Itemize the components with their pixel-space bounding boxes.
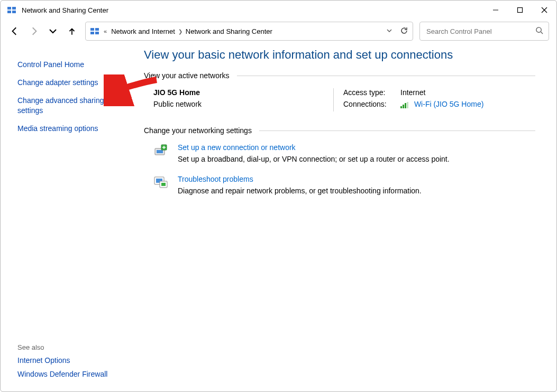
search-box[interactable] xyxy=(419,22,549,41)
refresh-button[interactable] xyxy=(400,26,408,36)
svg-rect-14 xyxy=(400,106,402,108)
svg-rect-15 xyxy=(403,105,404,108)
task-setup-connection[interactable]: Set up a new connection or network Set u… xyxy=(153,143,535,163)
task-title[interactable]: Troubleshoot problems xyxy=(178,175,253,183)
vertical-divider xyxy=(333,88,334,111)
window-controls xyxy=(483,1,556,20)
troubleshoot-icon xyxy=(153,175,168,190)
task-title[interactable]: Set up a new connection or network xyxy=(178,143,296,152)
close-button[interactable] xyxy=(532,1,556,20)
wifi-signal-icon xyxy=(400,101,409,108)
window-title: Network and Sharing Center xyxy=(22,6,483,14)
change-settings-label: Change your networking settings xyxy=(144,126,252,135)
change-settings-header: Change your networking settings xyxy=(144,126,535,135)
access-type-value: Internet xyxy=(400,88,425,97)
maximize-button[interactable] xyxy=(508,1,532,20)
control-panel-home-link[interactable]: Control Panel Home xyxy=(17,60,126,69)
setup-connection-icon xyxy=(153,143,168,158)
svg-rect-2 xyxy=(7,11,11,13)
breadcrumb-item[interactable]: Network and Internet xyxy=(111,27,175,35)
see-also-defender-firewall[interactable]: Windows Defender Firewall xyxy=(17,369,126,379)
sidebar-link-adapter-settings[interactable]: Change adapter settings xyxy=(17,78,126,87)
svg-rect-1 xyxy=(12,7,16,10)
connections-label: Connections: xyxy=(343,100,400,108)
see-also-section: See also Internet Options Windows Defend… xyxy=(17,343,126,383)
divider xyxy=(259,130,535,131)
breadcrumb-ellipsis[interactable]: « xyxy=(104,28,107,34)
tasks-list: Set up a new connection or network Set u… xyxy=(144,143,535,195)
nav-row: « Network and Internet ❯ Network and Sha… xyxy=(1,20,556,43)
svg-line-13 xyxy=(541,32,543,34)
network-type: Public network xyxy=(153,100,333,108)
see-also-internet-options[interactable]: Internet Options xyxy=(17,356,126,365)
svg-rect-3 xyxy=(12,11,16,13)
svg-rect-11 xyxy=(95,32,99,34)
active-network-panel: JIO 5G Home Public network Access type: … xyxy=(153,88,535,111)
svg-point-12 xyxy=(536,27,541,32)
svg-rect-9 xyxy=(95,28,99,31)
svg-rect-16 xyxy=(405,103,406,108)
task-description: Diagnose and repair network problems, or… xyxy=(178,186,422,195)
see-also-label: See also xyxy=(17,343,126,351)
main-content: View your basic network information and … xyxy=(135,43,556,391)
sidebar-link-advanced-sharing[interactable]: Change advanced sharing settings xyxy=(17,96,126,115)
connection-link[interactable]: Wi-Fi (JIO 5G Home) xyxy=(414,100,483,108)
up-button[interactable] xyxy=(67,26,77,36)
app-icon xyxy=(7,5,16,15)
svg-rect-0 xyxy=(7,7,11,10)
svg-rect-17 xyxy=(407,102,408,108)
svg-rect-5 xyxy=(518,8,523,13)
active-networks-header: View your active networks xyxy=(144,71,535,80)
network-name: JIO 5G Home xyxy=(153,88,333,97)
svg-rect-8 xyxy=(90,28,94,31)
page-heading: View your basic network information and … xyxy=(144,48,535,62)
nav-arrows xyxy=(10,26,77,36)
active-networks-label: View your active networks xyxy=(144,71,230,80)
address-dropdown-button[interactable] xyxy=(386,27,392,35)
task-description: Set up a broadband, dial-up, or VPN conn… xyxy=(178,155,450,163)
access-type-label: Access type: xyxy=(343,88,400,97)
svg-rect-24 xyxy=(161,183,166,186)
sidebar-link-media-streaming[interactable]: Media streaming options xyxy=(17,124,126,133)
task-troubleshoot[interactable]: Troubleshoot problems Diagnose and repai… xyxy=(153,175,535,195)
address-bar[interactable]: « Network and Internet ❯ Network and Sha… xyxy=(85,22,413,41)
minimize-button[interactable] xyxy=(483,1,508,20)
sidebar: Control Panel Home Change adapter settin… xyxy=(1,43,135,391)
breadcrumb: Network and Internet ❯ Network and Shari… xyxy=(111,27,382,35)
forward-button[interactable] xyxy=(29,26,39,36)
recent-locations-button[interactable] xyxy=(48,26,58,36)
svg-rect-19 xyxy=(157,150,163,153)
search-icon[interactable] xyxy=(535,26,543,36)
svg-rect-10 xyxy=(90,32,94,34)
breadcrumb-item[interactable]: Network and Sharing Center xyxy=(186,27,272,35)
chevron-right-icon: ❯ xyxy=(178,29,182,34)
back-button[interactable] xyxy=(10,26,20,36)
location-icon xyxy=(90,26,99,36)
divider xyxy=(237,76,535,76)
search-input[interactable] xyxy=(425,27,531,36)
titlebar: Network and Sharing Center xyxy=(1,1,556,20)
